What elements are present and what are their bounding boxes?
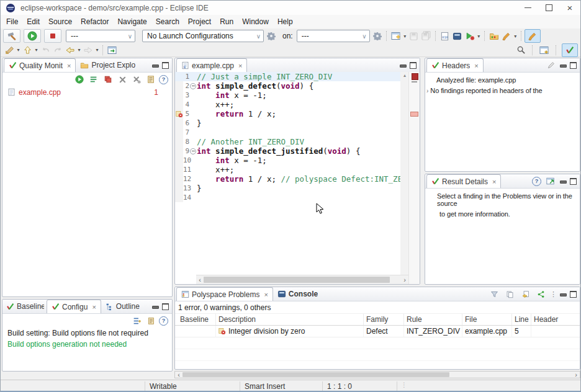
report-button[interactable] (145, 74, 156, 85)
column-header-family[interactable]: Family (363, 314, 403, 325)
chevron-down-icon[interactable]: ▾ (513, 33, 518, 39)
target-gear-button[interactable] (372, 30, 383, 42)
view-menu-icon[interactable]: ⋮ (550, 290, 557, 298)
line-number[interactable]: 10 (183, 156, 189, 165)
line-number[interactable]: 3 (183, 91, 189, 100)
maximize-view-icon[interactable] (570, 178, 577, 185)
fold-margin[interactable] (189, 81, 197, 91)
line-number[interactable]: 12 (183, 174, 189, 184)
column-header-baseline[interactable]: Baseline (180, 314, 215, 325)
error-line-marker[interactable] (410, 112, 418, 117)
tab-configuration[interactable]: Configu × (47, 300, 101, 313)
console-view-button[interactable] (452, 30, 463, 42)
fold-margin[interactable] (189, 146, 197, 156)
line-marker-margin[interactable] (175, 174, 183, 184)
build-all-button[interactable] (3, 29, 20, 43)
line-number[interactable]: 14 (183, 193, 189, 202)
line-number[interactable]: 7 (183, 128, 189, 137)
problem-row[interactable]: Integer division by zeroDefectINT_ZERO_D… (175, 326, 580, 337)
code-text[interactable]: int simple_defect(void) { (197, 81, 400, 91)
line-number[interactable]: 13 (183, 184, 189, 193)
run-last-tool-button[interactable] (464, 30, 475, 42)
maximize-view-icon[interactable] (162, 62, 169, 69)
maximize-view-icon[interactable] (570, 62, 577, 69)
menu-help[interactable]: Help (273, 16, 297, 27)
chevron-down-icon[interactable]: ▾ (402, 33, 408, 39)
menu-run[interactable]: Run (215, 16, 238, 27)
binary-file-button[interactable]: 010 (439, 30, 451, 42)
previous-edit-button[interactable] (40, 45, 51, 56)
scroll-left-icon[interactable]: ‹ (196, 276, 204, 284)
chevron-down-icon[interactable]: ▾ (476, 33, 482, 39)
scroll-right-icon[interactable]: › (572, 371, 580, 379)
code-text[interactable]: x++; (197, 165, 400, 174)
menu-edit[interactable]: Edit (22, 16, 44, 27)
config-report-button[interactable] (145, 315, 156, 326)
fold-margin[interactable] (189, 184, 197, 193)
save-all-button[interactable] (421, 30, 432, 42)
column-header-rule[interactable]: Rule (403, 314, 462, 325)
menu-search[interactable]: Search (151, 16, 184, 27)
line-marker-margin[interactable] (175, 146, 183, 156)
code-line-13[interactable]: 13} (175, 184, 400, 193)
code-line-14[interactable]: 14 (175, 193, 400, 202)
launch-target-combo[interactable]: --- ∨ (297, 30, 370, 42)
minimize-view-icon[interactable] (560, 65, 567, 68)
menu-window[interactable]: Window (238, 16, 273, 27)
close-button[interactable]: × (559, 1, 580, 15)
tab-example-cpp[interactable]: c example.cpp × (176, 58, 247, 72)
line-number[interactable]: 5 (183, 109, 189, 118)
line-number[interactable]: 1 (183, 72, 189, 81)
fold-margin[interactable] (189, 128, 197, 137)
remove-results-button[interactable] (102, 74, 114, 85)
code-line-4[interactable]: 4 x++; (175, 100, 400, 109)
maximize-view-icon[interactable] (162, 303, 169, 310)
fold-margin[interactable] (189, 100, 197, 109)
code-text[interactable]: x++; (197, 100, 400, 109)
fold-margin[interactable] (189, 118, 197, 128)
fold-margin[interactable] (189, 109, 197, 118)
minimize-button[interactable] (517, 1, 538, 15)
close-icon[interactable]: × (236, 62, 242, 69)
help-icon[interactable]: ? (159, 75, 168, 84)
code-line-7[interactable]: 7 (175, 128, 400, 137)
tab-baseline[interactable]: Baseline (4, 300, 47, 313)
tab-console[interactable]: Console (273, 287, 322, 301)
line-marker-margin[interactable] (175, 137, 183, 146)
code-line-10[interactable]: 10 int x = -1; (175, 156, 400, 165)
annotate-headers-button[interactable] (545, 60, 556, 71)
fold-margin[interactable] (189, 193, 197, 202)
polyspace-perspective-button[interactable] (562, 43, 578, 57)
scrollbar-thumb[interactable] (204, 277, 390, 283)
code-line-12[interactable]: 12 return 1 / x; // polyspace Defect:INT… (175, 174, 400, 184)
launch-config-combo[interactable]: No Launch Configurations ∨ (142, 30, 264, 42)
code-line-3[interactable]: 3 int x = -1; (175, 91, 400, 100)
menu-project[interactable]: Project (184, 16, 215, 27)
stop-button[interactable] (44, 29, 61, 43)
line-marker-margin[interactable] (175, 193, 183, 202)
tab-project-explorer[interactable]: Project Explo (76, 58, 140, 72)
code-line-1[interactable]: 1// Just a simple INT_ZERO_DIV (175, 72, 400, 81)
code-text[interactable] (197, 193, 400, 202)
copy-button[interactable] (504, 288, 515, 300)
menu-file[interactable]: File (2, 16, 22, 27)
fold-margin[interactable] (189, 174, 197, 184)
tab-headers[interactable]: Headers × (426, 58, 484, 72)
save-button[interactable] (408, 30, 420, 42)
code-line-8[interactable]: 8// Another INT_ZERO_DIV (175, 137, 400, 146)
new-wizard-button[interactable] (390, 30, 402, 42)
scroll-right-icon[interactable]: › (401, 276, 408, 284)
back-button[interactable] (65, 45, 76, 56)
open-task-button[interactable] (489, 30, 500, 42)
launch-config-gear-button[interactable] (266, 30, 277, 42)
tab-outline[interactable]: Outline (101, 300, 144, 313)
column-header-description[interactable]: Description (215, 314, 363, 325)
scrollbar-thumb[interactable] (182, 372, 449, 377)
menu-refactor[interactable]: Refactor (76, 16, 113, 27)
annotate-button[interactable] (501, 30, 512, 42)
scroll-left-icon[interactable]: ‹ (175, 371, 182, 379)
line-marker-margin[interactable] (175, 156, 183, 165)
code-text[interactable]: } (197, 118, 400, 128)
launch-mode-combo[interactable]: --- ∨ (66, 30, 135, 42)
line-number[interactable]: 4 (183, 100, 189, 109)
